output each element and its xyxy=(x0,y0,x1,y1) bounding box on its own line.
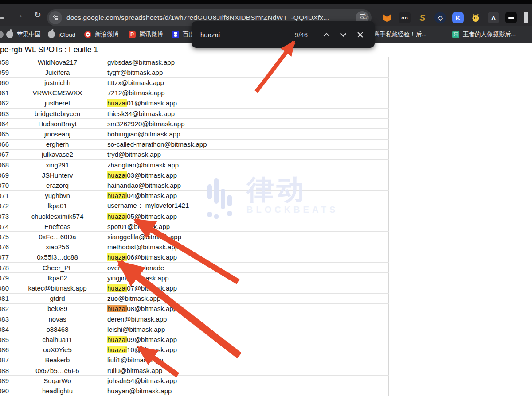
row-number-cell: 063 xyxy=(0,109,10,118)
row-number-cell: 075 xyxy=(0,232,10,241)
table-row[interactable]: 082bei089huazai08@bitmask.app xyxy=(0,304,389,314)
table-row[interactable]: 072lkpa01username： mylovefor1421 xyxy=(0,201,389,211)
table-row[interactable]: 081gtdrdzuo@bitmask.app xyxy=(0,294,389,304)
table-row[interactable]: 074Enefteasspot01@bitmask.app xyxy=(0,221,389,232)
clipped-extension-icon[interactable] xyxy=(524,12,528,23)
bookmark-item[interactable]: P腾讯微博 xyxy=(129,26,163,43)
username-cell: Enefteas xyxy=(10,221,105,231)
back-icon[interactable] xyxy=(0,17,4,19)
table-row[interactable]: 086ooX0Yie5huazai10@bitmask.app xyxy=(0,345,389,355)
bookmark-item[interactable]: iCloud xyxy=(48,26,75,43)
table-row[interactable]: 090headlightuhuayan@bitmask.app xyxy=(0,386,389,396)
table-row[interactable]: 058WildNova217gvbsdas@bitmask.app xyxy=(0,57,389,67)
email-cell: huazai08@bitmask.app xyxy=(105,304,389,314)
table-row[interactable]: 080katec@bitmask.apphuazai07@bitmask.app xyxy=(0,283,389,293)
row-number-cell: 073 xyxy=(0,211,10,221)
username-cell: HudsonBrayt xyxy=(10,119,105,128)
table-row[interactable]: 089SugarWojohsdn54@bitmask.app xyxy=(0,376,389,386)
table-row[interactable]: 068xing291zhangtian@bitmask.app xyxy=(0,160,389,170)
email-cell: overdue-esplanade xyxy=(105,263,389,272)
email-cell: methodist@bitmask.app xyxy=(105,242,389,252)
bookmark-label: 腾讯微博 xyxy=(139,31,163,39)
username-cell: 0x67b5…e6F6 xyxy=(10,365,105,375)
table-row[interactable]: 087Beakerbliuli1@bitmask.app xyxy=(0,355,389,365)
find-previous-button[interactable] xyxy=(318,26,335,43)
table-row[interactable]: 061VRWKCMSWXX7212@bitmask.app xyxy=(0,88,389,98)
table-row[interactable]: 073chucklesximik574huazai05@bitmask.app xyxy=(0,211,389,221)
username-cell: chaihua11 xyxy=(10,334,105,344)
row-number-cell: 086 xyxy=(0,345,10,355)
table-row[interactable]: 083novasderen@bitmask.app xyxy=(0,314,389,324)
row-number-cell: 087 xyxy=(0,355,10,365)
bookmark-item[interactable]: 新浪微博 xyxy=(84,26,119,43)
yellow-bee-extension-icon[interactable] xyxy=(470,12,481,23)
table-row[interactable]: 062justherefhuazai01@bitmask.app xyxy=(0,98,389,109)
email-cell: sm3262920@bitmask.app xyxy=(105,119,389,128)
forward-icon[interactable]: → xyxy=(12,7,27,22)
row-number-cell: 060 xyxy=(0,78,10,87)
black-badge-extension-icon[interactable] xyxy=(505,12,517,23)
table-row[interactable]: 059Juiciferatygfr@bitmask.app xyxy=(0,67,389,78)
navy-diamond-extension-icon[interactable]: ◇ xyxy=(434,12,446,23)
find-query-input[interactable]: huazai xyxy=(200,31,295,39)
username-cell: bei089 xyxy=(10,304,105,314)
username-cell: SugarWo xyxy=(10,376,105,385)
table-row[interactable]: 065jinoseanjbobingjiao@bitmask.app xyxy=(0,129,389,139)
table-row[interactable]: 066ergherhso-called-marathon@bitmask.app xyxy=(0,140,389,150)
window-top-strip xyxy=(0,0,532,4)
email-cell: huazai05@bitmask.app xyxy=(105,211,389,221)
table-row[interactable]: 0750xFe…60Daxianggelila@bitmask.app xyxy=(0,232,389,242)
bookmark-item[interactable]: 高手私藏经验！后... xyxy=(374,26,426,43)
table-row[interactable]: 071yughbvnhuazai04@bitmask.app xyxy=(0,191,389,201)
bookmark-item[interactable]: 高王者的人像摄影后... xyxy=(452,26,516,43)
username-cell: julkavase2 xyxy=(10,150,105,159)
lambda-extension-icon[interactable]: Λ xyxy=(488,12,499,23)
table-row[interactable]: 067julkavase2tryd@bitmask.app xyxy=(0,150,389,160)
find-match-count: 9/46 xyxy=(295,31,308,39)
table-row[interactable]: 079lkpa02yingjin@bitmask.app xyxy=(0,273,389,283)
email-cell: ttttzx@bitmask.app xyxy=(105,78,389,87)
username-cell: lkpa02 xyxy=(10,273,105,283)
email-cell: zuo@bitmask.app xyxy=(105,294,389,303)
sheet-title: pe-rgb WL SPOTs : Feuille 1 xyxy=(0,45,98,54)
blue-k-extension-icon[interactable]: K xyxy=(452,12,464,23)
username-cell: katec@bitmask.app xyxy=(10,283,105,293)
row-number-cell: 080 xyxy=(0,283,10,293)
row-number-cell: 067 xyxy=(0,150,10,159)
search-highlight: huazai xyxy=(107,192,127,199)
table-row[interactable]: 060justnichhttttzx@bitmask.app xyxy=(0,78,389,88)
username-cell: gtdrd xyxy=(10,294,105,303)
table-row[interactable]: 085chaihua11huazai09@bitmask.app xyxy=(0,334,389,345)
gold-s-extension-icon[interactable]: S xyxy=(417,12,428,23)
email-cell: hainandao@bitmask.app xyxy=(105,180,389,190)
table-row[interactable]: 063bridgettebrycenthiesk34@bitmask.app xyxy=(0,109,389,119)
table-row[interactable]: 076xiao256methodist@bitmask.app xyxy=(0,242,389,252)
row-number-cell: 059 xyxy=(0,67,10,77)
username-cell: headlightu xyxy=(10,386,105,396)
search-highlight: huazai xyxy=(107,253,127,261)
username-cell: xiao256 xyxy=(10,242,105,252)
username-cell: JSHunterv xyxy=(10,170,105,180)
table-row[interactable]: 064HudsonBraytsm3262920@bitmask.app xyxy=(0,119,389,129)
reload-icon[interactable]: ↻ xyxy=(30,7,45,22)
bookmark-label: iCloud xyxy=(59,31,75,38)
find-next-button[interactable] xyxy=(335,26,352,43)
email-cell: huazai09@bitmask.app xyxy=(105,334,389,344)
search-highlight: huazai xyxy=(107,99,127,107)
dark-oo-extension-icon[interactable]: oo xyxy=(399,12,411,23)
find-close-button[interactable] xyxy=(352,26,368,43)
bookmark-item[interactable]: 苹果中国 xyxy=(6,26,41,43)
table-row[interactable]: 078Cheer_PLoverdue-esplanade xyxy=(0,263,389,273)
bookmark-label: 高手私藏经验！后... xyxy=(374,31,426,39)
row-number-cell: 065 xyxy=(0,129,10,139)
fox-extension-icon[interactable] xyxy=(381,12,393,23)
table-row[interactable]: 069JSHuntervhuazai03@bitmask.app xyxy=(0,170,389,180)
table-row[interactable]: 0880x67b5…e6F6ruilu@bitmask.app xyxy=(0,365,389,376)
table-row[interactable]: 0770x55f3…dc88huazai06@bitmask.app xyxy=(0,252,389,263)
row-number-cell: 072 xyxy=(0,201,10,211)
url-text[interactable]: docs.google.com/spreadsheets/d/1wh7redGU… xyxy=(66,14,356,22)
username-cell: xing291 xyxy=(10,160,105,170)
table-row[interactable]: 084o88468leishi@bitmask.app xyxy=(0,324,389,334)
table-row[interactable]: 070erazorqhainandao@bitmask.app xyxy=(0,180,389,190)
site-info-icon[interactable] xyxy=(49,11,62,24)
